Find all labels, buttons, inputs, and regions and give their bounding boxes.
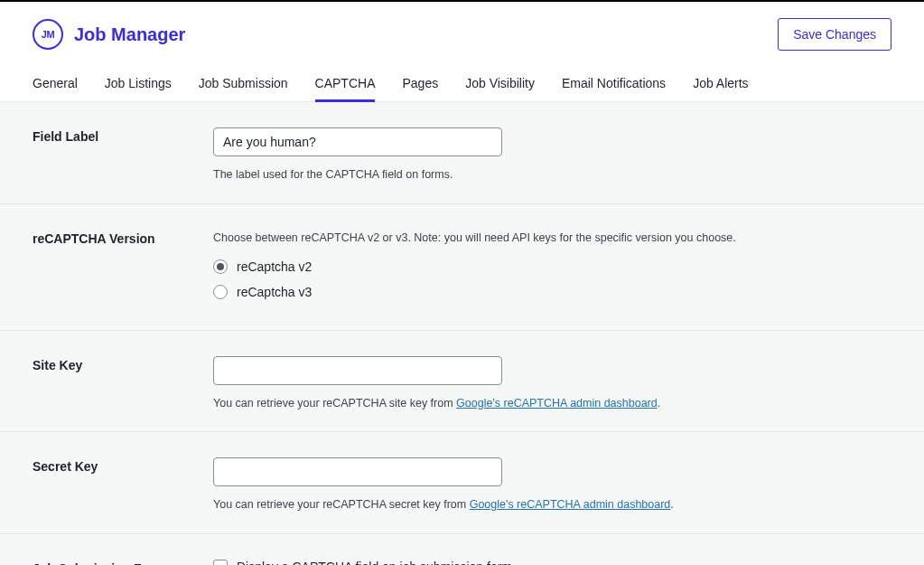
secret-key-help-suffix: . [670,498,673,511]
tab-job-visibility[interactable]: Job Visibility [465,67,535,101]
radio-icon [213,285,228,299]
tab-general[interactable]: General [33,67,78,101]
checkbox-icon [213,560,228,565]
recaptcha-version-radio-group: reCaptcha v2 reCaptcha v3 [213,259,891,299]
tabs-nav: General Job Listings Job Submission CAPT… [0,67,924,102]
tab-captcha[interactable]: CAPTCHA [315,67,376,101]
brand-logo-icon: JM [33,19,63,50]
row-site-key: Site Key You can retrieve your reCAPTCHA… [0,331,924,433]
radio-icon [213,259,228,274]
header: JM Job Manager Save Changes [0,2,924,67]
radio-recaptcha-v3[interactable]: reCaptcha v3 [213,285,891,299]
radio-label: reCaptcha v2 [237,259,312,274]
secret-key-help: You can retrieve your reCAPTCHA secret k… [213,496,891,513]
row-recaptcha-version: reCAPTCHA Version Choose between reCAPTC… [0,204,924,331]
field-label-help: The label used for the CAPTCHA field on … [213,166,891,184]
job-submission-form-heading: Job Submission Form [33,561,165,565]
secret-key-heading: Secret Key [33,459,98,474]
tab-job-submission[interactable]: Job Submission [199,67,288,101]
tab-pages[interactable]: Pages [402,67,438,101]
tab-job-alerts[interactable]: Job Alerts [693,67,748,101]
row-field-label: Field Label The label used for the CAPTC… [0,102,924,204]
secret-key-input[interactable] [213,457,502,486]
job-submission-form-checkbox[interactable]: Display a CAPTCHA field on job submissio… [213,560,891,565]
row-secret-key: Secret Key You can retrieve your reCAPTC… [0,432,924,534]
secret-key-help-prefix: You can retrieve your reCAPTCHA secret k… [213,498,470,511]
radio-label: reCaptcha v3 [237,285,312,299]
tab-job-listings[interactable]: Job Listings [105,67,172,101]
site-key-help-link[interactable]: Google's reCAPTCHA admin dashboard [456,397,658,410]
radio-recaptcha-v2[interactable]: reCaptcha v2 [213,259,891,274]
site-key-input[interactable] [213,356,502,385]
field-label-input[interactable] [213,127,502,156]
site-key-help: You can retrieve your reCAPTCHA site key… [213,395,891,412]
settings-content: Field Label The label used for the CAPTC… [0,102,924,565]
checkbox-label: Display a CAPTCHA field on job submissio… [237,560,516,565]
site-key-heading: Site Key [33,358,82,372]
tab-email-notifications[interactable]: Email Notifications [562,67,666,101]
recaptcha-version-description: Choose between reCAPTCHA v2 or v3. Note:… [213,230,891,247]
site-key-help-suffix: . [658,397,660,410]
secret-key-help-link[interactable]: Google's reCAPTCHA admin dashboard [470,498,671,511]
field-label-heading: Field Label [33,129,98,144]
recaptcha-version-heading: reCAPTCHA Version [33,231,155,246]
row-job-submission-form: Job Submission Form Display a CAPTCHA fi… [0,534,924,565]
save-changes-button[interactable]: Save Changes [778,18,891,51]
site-key-help-prefix: You can retrieve your reCAPTCHA site key… [213,397,456,410]
brand: JM Job Manager [33,19,185,50]
brand-title: Job Manager [74,24,185,45]
